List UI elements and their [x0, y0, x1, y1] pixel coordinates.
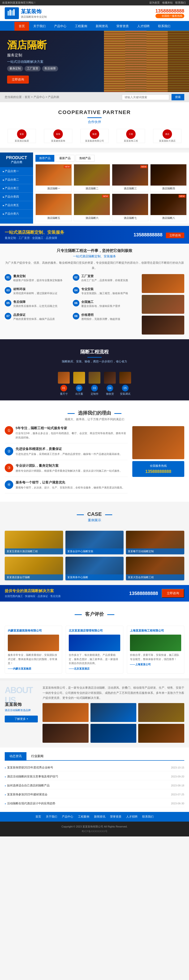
reasons-grid: ① 5年专注，隔断工程一站式服务专家 行业专注5年，服务众多企业，包括中高档酒店… — [5, 426, 184, 497]
products-tab-recommend[interactable]: 推荐产品 — [35, 155, 54, 162]
product-card-4[interactable]: 酒店隔断四 — [150, 164, 187, 192]
product-card-8[interactable]: NEW 酒店隔断八 — [150, 194, 187, 221]
sidebar-item-4[interactable]: 产品分类四 — [0, 192, 33, 201]
case-title-en: CASE — [87, 511, 102, 517]
product-card-1[interactable]: NEW 酒店隔断一 — [35, 164, 72, 192]
process-step-label-1: 量尺寸 — [58, 392, 70, 396]
cta-contact: 13588888888 立即咨询 — [129, 589, 184, 598]
product-card-2[interactable]: 酒店隔断二 — [74, 164, 110, 192]
product-label-7: 酒店隔断七 — [112, 215, 148, 221]
news-section: 动态资讯 行业新闻 某某装饰荣获2023年度优秀企业称号 2023-10-15 … — [0, 748, 189, 812]
case-title-cn: 案例展示 — [10, 518, 179, 522]
case-overlay-6: 某某大型会所隔断工程 — [126, 574, 184, 580]
case-img-3: 某某餐厅活动隔断定制 — [126, 531, 184, 554]
products-tab-new[interactable]: 最新产品 — [56, 155, 74, 162]
partners-section: COOPERATIVE PARTNER 合作伙伴 某某某某酒店集团 装饰某某建筑… — [0, 102, 189, 148]
case-overlay-2: 某某会议中心隔断安装 — [66, 549, 124, 554]
sidebar-item-1[interactable]: 产品分类一 — [0, 167, 33, 176]
feature-desc-8: 透明报价，无隐形消费，物超所值 — [81, 317, 120, 321]
news-item-2[interactable]: 酒店活动隔断的安装注意事项及维护技巧 2023-09-20 — [5, 773, 184, 780]
news-item-4[interactable]: 某某装饰参加2023年建材展览会 2023-07-25 — [5, 791, 184, 798]
case-card-1[interactable]: 某某五星级大酒店隔断工程 — [5, 531, 63, 554]
product-card-5[interactable]: 酒店隔断五 — [35, 194, 72, 221]
separator-2 — [0, 678, 189, 681]
top-link-contact[interactable]: 联系我们 — [175, 1, 186, 4]
feature-title-7: 品质保证 — [13, 313, 55, 317]
news-date-1: 2023-10-15 — [171, 766, 184, 769]
footer-nav-honor[interactable]: 荣誉资质 — [110, 815, 122, 819]
news-item-5[interactable]: 活动隔断在现代酒店设计中的应用趋势 2023-06-30 — [5, 800, 184, 807]
feature-desc-5: 完善的售后服务体系，让您无后顾之忧 — [13, 304, 58, 308]
case-title: CASE 案例展示 — [5, 506, 184, 527]
svg-rect-1 — [10, 10, 11, 16]
nav-item-contact[interactable]: 联系我们 — [154, 22, 175, 31]
cta-banner: 提供专业的酒店隔断解决方案 全国范围内施工 · 快速响应 · 品质保证 · 售后… — [0, 585, 189, 601]
news-tab-dynamic[interactable]: 动态资讯 — [5, 752, 26, 760]
product-card-6[interactable]: NEW 酒店隔断六 — [74, 194, 110, 221]
footer-nav-home[interactable]: 首页 — [35, 815, 41, 819]
product-label-4: 酒店隔断四 — [151, 186, 186, 191]
top-link-home[interactable]: 设为首页 — [149, 1, 160, 4]
feature-desc-4: 专业安装团队，施工规范，验收标准严格 — [81, 291, 128, 295]
footer-nav-news[interactable]: 新闻资讯 — [94, 815, 106, 819]
sidebar-item-6[interactable]: 产品分类六 — [0, 210, 33, 218]
reason-4: ④ 服务每一个细节，让客户满意优先 重视每个细节，从洽谈、设计、生产、安装到售后… — [5, 480, 128, 494]
about-more-button[interactable]: 了解更多 + — [5, 716, 38, 722]
case-card-6[interactable]: 某某大型会所隔断工程 — [126, 557, 184, 580]
cta-line1: 提供专业的酒店隔断解决方案 — [5, 589, 61, 593]
case-card-4[interactable]: 某某酒店宴会厅隔断 — [5, 557, 63, 580]
top-bar-welcome: 欢迎来到某某装饰官方网站！ — [2, 1, 36, 5]
footer-nav-products[interactable]: 产品中心 — [62, 815, 73, 819]
footer-nav-contact[interactable]: 联系我们 — [142, 815, 154, 819]
case-card-3[interactable]: 某某餐厅活动隔断定制 — [126, 531, 184, 554]
review-card-1: 内蒙某某建筑装饰有限公司 服务非常专业，隔断质量很好，安装团队技术过硬，整体效果… — [5, 626, 62, 673]
partner-logo-4: 工程 — [126, 129, 136, 139]
reviews-grid: 内蒙某某建筑装饰有限公司 服务非常专业，隔断质量很好，安装团队技术过硬，整体效果… — [5, 626, 184, 673]
reason-title-4: 服务每一个细节，让客户满意优先 — [16, 480, 125, 485]
reviews-section: 客户评价 内蒙某某建筑装饰有限公司 服务非常专业，隔断质量很好，安装团队技术过硬… — [0, 601, 189, 678]
nav-item-news[interactable]: 新闻资讯 — [91, 22, 112, 31]
product-card-3[interactable]: NEW 酒店隔断三 — [112, 164, 148, 192]
footer-nav-cases[interactable]: 工程案例 — [78, 815, 89, 819]
products-tab-hot[interactable]: 热销产品 — [75, 155, 94, 162]
news-tab-industry[interactable]: 行业新闻 — [26, 752, 48, 760]
cta-button[interactable]: 立即咨询 — [162, 589, 184, 598]
sidebar-item-5[interactable]: 产品分类五 — [0, 201, 33, 210]
nav-item-home[interactable]: 首页 — [14, 22, 29, 31]
about-section: ABOUT US 某某装饰 酒店活动隔断首选品牌 了解更多 + 某某装饰有限公司… — [0, 681, 189, 748]
search-button[interactable]: 搜索 — [171, 94, 184, 100]
footer-nav-about[interactable]: 关于我们 — [46, 815, 57, 819]
footer-nav-recruit[interactable]: 人才招聘 — [126, 815, 138, 819]
news-item-3[interactable]: 如何选择适合自己酒店的隔断产品 2023-08-18 — [5, 782, 184, 789]
feature-title-8: 价格透明 — [81, 313, 120, 317]
top-bar: 欢迎来到某某装饰官方网站！ 设为首页 收藏本站 联系我们 — [0, 0, 189, 5]
feature-1: 01 量身定制 根据客户实际需求，提供专业量身定制服务 — [5, 274, 70, 282]
nav-item-cases[interactable]: 工程案例 — [70, 22, 91, 31]
sidebar-item-2[interactable]: 产品分类二 — [0, 176, 33, 184]
process-step-num-1: 01 — [61, 385, 67, 391]
nav-item-about[interactable]: 关于我们 — [29, 22, 50, 31]
about-img-1 — [43, 703, 88, 722]
nav-item-honor[interactable]: 荣誉资质 — [112, 22, 133, 31]
about-img-3 — [138, 703, 184, 722]
news-item-1[interactable]: 某某装饰荣获2023年度优秀企业称号 2023-10-15 — [5, 764, 184, 771]
process-step-5: 05 安装调试 — [119, 372, 131, 396]
nav-item-products[interactable]: 产品中心 — [50, 22, 70, 31]
case-card-2[interactable]: 某某会议中心隔断安装 — [66, 531, 124, 554]
hero-cta-button[interactable]: 立即咨询 — [7, 76, 29, 84]
product-card-7[interactable]: 酒店隔断七 — [112, 194, 148, 221]
sidebar-title-en: PRODUCT — [2, 155, 31, 160]
feature-8: 08 价格透明 透明报价，无隐形消费，物超所值 — [73, 313, 138, 321]
sidebar-item-3[interactable]: 产品分类三 — [0, 184, 33, 192]
products-tabs: 推荐产品 最新产品 热销产品 — [35, 155, 187, 162]
cta-text: 提供专业的酒店隔断解决方案 全国范围内施工 · 快速响应 · 品质保证 · 售后… — [5, 589, 61, 598]
reviews-title: 客户评价 — [5, 606, 184, 622]
top-link-fav[interactable]: 收藏本站 — [162, 1, 173, 4]
partner-3: 集团某某集团有限公司 — [80, 129, 109, 143]
nav-item-recruit[interactable]: 人才招聘 — [133, 22, 154, 31]
separator-1 — [0, 148, 189, 150]
banner-consult-button[interactable]: 立即咨询 — [166, 232, 184, 238]
search-input[interactable] — [122, 94, 169, 100]
reason-text-3: 专业设计团队，量身定制方案 拥有专业的设计师团队，根据客户需求量身定制解决方案，… — [16, 464, 122, 473]
case-card-5[interactable]: 某某商务中心隔断 — [66, 557, 124, 580]
